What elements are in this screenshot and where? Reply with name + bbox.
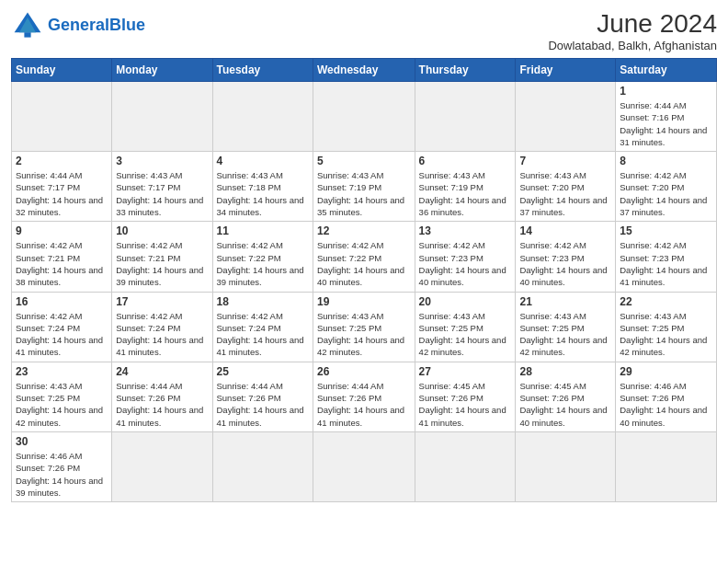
calendar-cell — [212, 431, 313, 501]
day-number: 1 — [620, 85, 712, 98]
svg-rect-2 — [24, 32, 30, 37]
calendar-cell: 17Sunrise: 4:42 AM Sunset: 7:24 PM Dayli… — [112, 292, 212, 362]
calendar-cell: 23Sunrise: 4:43 AM Sunset: 7:25 PM Dayli… — [12, 362, 112, 431]
calendar-cell: 24Sunrise: 4:44 AM Sunset: 7:26 PM Dayli… — [112, 362, 212, 431]
day-info: Sunrise: 4:42 AM Sunset: 7:21 PM Dayligh… — [16, 239, 108, 288]
calendar-header-row: Sunday Monday Tuesday Wednesday Thursday… — [12, 59, 717, 82]
calendar-week-row: 23Sunrise: 4:43 AM Sunset: 7:25 PM Dayli… — [12, 362, 717, 431]
calendar-cell: 3Sunrise: 4:43 AM Sunset: 7:17 PM Daylig… — [112, 152, 212, 222]
day-info: Sunrise: 4:42 AM Sunset: 7:24 PM Dayligh… — [116, 310, 208, 359]
calendar-week-row: 9Sunrise: 4:42 AM Sunset: 7:21 PM Daylig… — [12, 222, 717, 292]
day-info: Sunrise: 4:42 AM Sunset: 7:24 PM Dayligh… — [217, 310, 309, 359]
day-number: 29 — [620, 365, 712, 378]
day-number: 23 — [16, 365, 108, 378]
day-info: Sunrise: 4:42 AM Sunset: 7:24 PM Dayligh… — [16, 310, 108, 359]
day-info: Sunrise: 4:46 AM Sunset: 7:26 PM Dayligh… — [16, 450, 108, 499]
day-info: Sunrise: 4:43 AM Sunset: 7:20 PM Dayligh… — [519, 169, 611, 218]
header: GeneralBlue June 2024 Dowlatabad, Balkh,… — [11, 9, 717, 52]
calendar-cell: 29Sunrise: 4:46 AM Sunset: 7:26 PM Dayli… — [616, 362, 717, 431]
day-info: Sunrise: 4:42 AM Sunset: 7:21 PM Dayligh… — [116, 239, 208, 288]
calendar-cell: 18Sunrise: 4:42 AM Sunset: 7:24 PM Dayli… — [212, 292, 313, 362]
col-monday: Monday — [112, 59, 212, 82]
calendar-week-row: 2Sunrise: 4:44 AM Sunset: 7:17 PM Daylig… — [12, 152, 717, 222]
day-info: Sunrise: 4:45 AM Sunset: 7:26 PM Dayligh… — [519, 380, 611, 429]
calendar-cell: 21Sunrise: 4:43 AM Sunset: 7:25 PM Dayli… — [516, 292, 616, 362]
day-info: Sunrise: 4:42 AM Sunset: 7:23 PM Dayligh… — [419, 239, 512, 288]
day-number: 15 — [620, 224, 712, 237]
day-info: Sunrise: 4:42 AM Sunset: 7:22 PM Dayligh… — [217, 239, 309, 288]
calendar-cell: 30Sunrise: 4:46 AM Sunset: 7:26 PM Dayli… — [12, 431, 112, 501]
day-number: 5 — [317, 155, 411, 167]
calendar-cell: 10Sunrise: 4:42 AM Sunset: 7:21 PM Dayli… — [112, 222, 212, 292]
col-thursday: Thursday — [415, 59, 516, 82]
col-wednesday: Wednesday — [313, 59, 415, 82]
calendar-table: Sunday Monday Tuesday Wednesday Thursday… — [11, 58, 717, 502]
calendar-cell: 5Sunrise: 4:43 AM Sunset: 7:19 PM Daylig… — [313, 152, 415, 222]
day-number: 30 — [16, 435, 108, 448]
calendar-cell: 8Sunrise: 4:42 AM Sunset: 7:20 PM Daylig… — [616, 152, 717, 222]
day-number: 12 — [317, 224, 411, 237]
day-number: 6 — [419, 155, 512, 167]
calendar-week-row: 30Sunrise: 4:46 AM Sunset: 7:26 PM Dayli… — [12, 431, 717, 501]
logo-text: GeneralBlue — [48, 17, 145, 35]
calendar-cell — [516, 431, 616, 501]
day-number: 22 — [620, 295, 712, 308]
calendar-cell: 27Sunrise: 4:45 AM Sunset: 7:26 PM Dayli… — [415, 362, 516, 431]
calendar-cell: 6Sunrise: 4:43 AM Sunset: 7:19 PM Daylig… — [415, 152, 516, 222]
logo: GeneralBlue — [11, 9, 145, 42]
calendar-cell: 20Sunrise: 4:43 AM Sunset: 7:25 PM Dayli… — [415, 292, 516, 362]
day-number: 3 — [116, 155, 208, 167]
calendar-cell — [313, 431, 415, 501]
logo-icon — [11, 9, 44, 42]
calendar-cell: 2Sunrise: 4:44 AM Sunset: 7:17 PM Daylig… — [12, 152, 112, 222]
day-info: Sunrise: 4:43 AM Sunset: 7:25 PM Dayligh… — [519, 310, 611, 359]
calendar-cell: 16Sunrise: 4:42 AM Sunset: 7:24 PM Dayli… — [12, 292, 112, 362]
col-friday: Friday — [516, 59, 616, 82]
calendar-cell — [313, 82, 415, 152]
day-info: Sunrise: 4:44 AM Sunset: 7:17 PM Dayligh… — [16, 169, 108, 218]
day-number: 10 — [116, 224, 208, 237]
calendar-week-row: 16Sunrise: 4:42 AM Sunset: 7:24 PM Dayli… — [12, 292, 717, 362]
calendar-cell: 9Sunrise: 4:42 AM Sunset: 7:21 PM Daylig… — [12, 222, 112, 292]
logo-blue: Blue — [109, 16, 145, 34]
calendar-cell: 1Sunrise: 4:44 AM Sunset: 7:16 PM Daylig… — [616, 82, 717, 152]
day-number: 19 — [317, 295, 411, 308]
day-number: 20 — [419, 295, 512, 308]
col-sunday: Sunday — [12, 59, 112, 82]
day-info: Sunrise: 4:42 AM Sunset: 7:20 PM Dayligh… — [620, 169, 712, 218]
calendar-cell — [112, 82, 212, 152]
day-info: Sunrise: 4:43 AM Sunset: 7:18 PM Dayligh… — [217, 169, 309, 218]
day-info: Sunrise: 4:43 AM Sunset: 7:25 PM Dayligh… — [419, 310, 512, 359]
day-number: 13 — [419, 224, 512, 237]
day-number: 27 — [419, 365, 512, 378]
page: GeneralBlue June 2024 Dowlatabad, Balkh,… — [0, 0, 728, 563]
day-info: Sunrise: 4:44 AM Sunset: 7:26 PM Dayligh… — [217, 380, 309, 429]
calendar-cell: 15Sunrise: 4:42 AM Sunset: 7:23 PM Dayli… — [616, 222, 717, 292]
day-info: Sunrise: 4:44 AM Sunset: 7:26 PM Dayligh… — [317, 380, 411, 429]
day-info: Sunrise: 4:43 AM Sunset: 7:19 PM Dayligh… — [317, 169, 411, 218]
calendar-cell: 11Sunrise: 4:42 AM Sunset: 7:22 PM Dayli… — [212, 222, 313, 292]
day-number: 16 — [16, 295, 108, 308]
calendar-cell: 14Sunrise: 4:42 AM Sunset: 7:23 PM Dayli… — [516, 222, 616, 292]
calendar-cell — [616, 431, 717, 501]
day-info: Sunrise: 4:42 AM Sunset: 7:23 PM Dayligh… — [519, 239, 611, 288]
day-number: 14 — [519, 224, 611, 237]
calendar-cell: 13Sunrise: 4:42 AM Sunset: 7:23 PM Dayli… — [415, 222, 516, 292]
day-number: 4 — [217, 155, 309, 167]
day-number: 21 — [519, 295, 611, 308]
calendar-cell — [415, 82, 516, 152]
location-subtitle: Dowlatabad, Balkh, Afghanistan — [548, 39, 717, 52]
calendar-cell: 28Sunrise: 4:45 AM Sunset: 7:26 PM Dayli… — [516, 362, 616, 431]
day-info: Sunrise: 4:42 AM Sunset: 7:23 PM Dayligh… — [620, 239, 712, 288]
calendar-cell: 26Sunrise: 4:44 AM Sunset: 7:26 PM Dayli… — [313, 362, 415, 431]
calendar-cell: 7Sunrise: 4:43 AM Sunset: 7:20 PM Daylig… — [516, 152, 616, 222]
day-info: Sunrise: 4:44 AM Sunset: 7:26 PM Dayligh… — [116, 380, 208, 429]
day-number: 2 — [16, 155, 108, 167]
day-number: 8 — [620, 155, 712, 167]
calendar-cell — [516, 82, 616, 152]
day-number: 25 — [217, 365, 309, 378]
day-number: 28 — [519, 365, 611, 378]
calendar-cell: 12Sunrise: 4:42 AM Sunset: 7:22 PM Dayli… — [313, 222, 415, 292]
calendar-cell — [415, 431, 516, 501]
day-info: Sunrise: 4:44 AM Sunset: 7:16 PM Dayligh… — [620, 99, 712, 148]
